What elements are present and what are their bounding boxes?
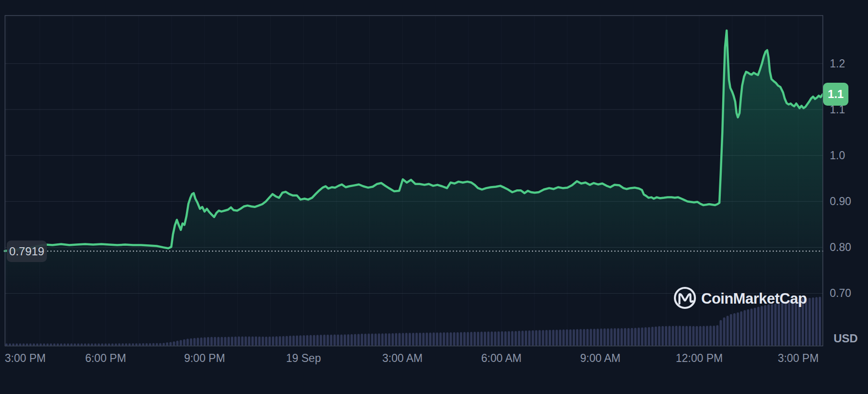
current-price-value: 1.1 (828, 88, 844, 101)
x-axis-label: 6:00 AM (481, 351, 521, 365)
chart-canvas[interactable] (0, 0, 868, 394)
x-axis-label: 9:00 PM (184, 351, 225, 365)
x-axis-label: 3:00 AM (382, 351, 423, 365)
y-axis-label: 1.0 (830, 149, 845, 162)
currency-unit-label: USD (834, 332, 858, 345)
reference-price-label: 0.7919 (7, 241, 47, 262)
y-axis-label: 0.70 (830, 286, 851, 300)
price-chart[interactable]: 1.21.11.00.900.800.70 3:00 PM6:00 PM9:00… (0, 0, 868, 394)
coinmarketcap-logo-icon (673, 285, 697, 312)
x-axis-label: 12:00 PM (676, 351, 723, 365)
watermark-text: CoinMarketCap (701, 286, 807, 311)
reference-price-value: 0.7919 (9, 245, 44, 258)
x-axis-label: 19 Sep (286, 351, 321, 365)
coinmarketcap-watermark: CoinMarketCap (673, 285, 807, 312)
x-axis-label: 9:00 AM (580, 351, 620, 365)
y-axis-label: 0.90 (830, 195, 851, 208)
current-price-badge: 1.1 (823, 83, 848, 106)
x-axis-label: 3:00 PM (5, 351, 46, 365)
y-axis-label: 0.80 (830, 241, 851, 254)
x-axis-label: 3:00 PM (778, 351, 819, 365)
y-axis-label: 1.2 (830, 57, 845, 70)
x-axis-label: 6:00 PM (85, 351, 126, 365)
